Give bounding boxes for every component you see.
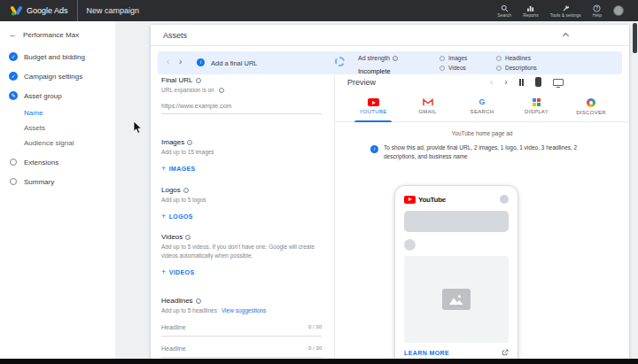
sidebar-item-budget-and-bidding[interactable]: ✓ Budget and bidding <box>0 47 115 66</box>
ad-strength-checklist: Images Headlines Videos Descriptions <box>440 55 565 71</box>
sidebar-item-assets[interactable]: Assets <box>24 120 115 136</box>
headline-input-1[interactable]: Headline 0 / 30 <box>161 324 322 337</box>
phone-mockup: YouTube LEARN MORE <box>394 185 518 359</box>
mobile-preview-icon[interactable] <box>535 77 541 87</box>
plus-icon: + <box>161 165 167 173</box>
logos-section: Logosi Add up to 5 logos +LOGOS <box>161 186 322 221</box>
phone-profile-avatar <box>500 195 509 204</box>
campaign-steps-sidebar: ← Performance Max ✓ Budget and bidding ✓… <box>0 21 115 359</box>
add-images-button[interactable]: +IMAGES <box>161 165 322 173</box>
discover-icon <box>587 98 595 107</box>
tab-display[interactable]: DISPLAY <box>511 96 563 121</box>
step-upcoming-icon <box>10 178 17 185</box>
sidebar-item-name[interactable]: Name <box>24 105 115 120</box>
youtube-wordmark: YouTube <box>418 196 446 204</box>
tab-search[interactable]: G SEARCH <box>456 96 508 121</box>
final-url-input[interactable]: https://www.example.com <box>161 103 322 114</box>
learn-more-button[interactable]: LEARN MORE <box>404 350 449 356</box>
info-icon[interactable]: i <box>196 78 201 83</box>
campaign-type-label: Performance Max <box>23 31 79 39</box>
info-icon[interactable]: i <box>196 298 201 304</box>
page-title: New campaign <box>77 0 140 21</box>
reports-button[interactable]: Reports <box>523 4 539 18</box>
display-network-icon <box>533 98 541 106</box>
sidebar-item-summary[interactable]: Summary <box>0 172 115 191</box>
info-icon[interactable]: i <box>393 56 398 61</box>
view-suggestions-link[interactable]: View suggestions <box>222 306 266 315</box>
gmail-icon <box>423 98 433 106</box>
unchecked-circle-icon <box>440 56 445 61</box>
google-search-icon: G <box>478 98 485 106</box>
wrench-icon <box>562 4 570 12</box>
image-placeholder-icon <box>442 289 471 310</box>
banner-next-icon[interactable]: › <box>179 56 182 68</box>
letterbox-strip <box>0 359 638 364</box>
page-scrollbar[interactable] <box>632 21 638 359</box>
help-button[interactable]: ? Help <box>593 4 602 18</box>
preview-requirements-notice: i To show this ad, provide final URL, 2 … <box>370 143 594 162</box>
step-complete-icon: ✓ <box>9 52 18 61</box>
checklist-item-descriptions: Descriptions <box>496 65 565 71</box>
sidebar-item-extensions[interactable]: Extensions <box>0 152 115 172</box>
plus-icon: + <box>161 268 167 276</box>
phone-youtube-header: YouTube <box>404 195 509 204</box>
ad-strength-banner: ‹ › i Add a final URL Ad strength i Inco… <box>158 51 622 74</box>
brand-name: Google Ads <box>27 6 68 15</box>
scrollbar-thumb[interactable] <box>633 23 637 53</box>
ad-strength-gauge <box>335 57 345 66</box>
search-button[interactable]: Search <box>497 4 511 18</box>
info-icon[interactable]: i <box>187 140 192 145</box>
plus-icon: + <box>161 213 167 221</box>
channel-avatar-placeholder <box>404 239 416 251</box>
ad-strength-label: Ad strength <box>358 55 390 61</box>
preview-prev-icon[interactable]: ‹ <box>490 77 493 87</box>
checklist-item-videos: Videos <box>440 65 496 71</box>
add-videos-button[interactable]: +VIDEOS <box>161 268 322 276</box>
banner-prev-icon[interactable]: ‹ <box>167 56 169 68</box>
headline-input-2[interactable]: Headline 0 / 30 <box>161 345 322 358</box>
tab-youtube[interactable]: YOUTUBE <box>347 96 399 121</box>
char-counter: 0 / 30 <box>308 324 322 329</box>
info-icon[interactable]: i <box>183 188 189 193</box>
assets-panel-header: Assets <box>151 25 629 46</box>
svg-text:?: ? <box>596 6 599 11</box>
account-avatar[interactable] <box>613 5 624 16</box>
desktop-preview-icon[interactable] <box>553 79 564 86</box>
assets-panel: Assets ‹ › i Add a final URL Ad strength… <box>151 25 629 359</box>
info-icon[interactable]: i <box>219 88 224 93</box>
google-ads-home-link[interactable]: Google Ads <box>0 5 68 16</box>
back-to-campaign-type[interactable]: ← Performance Max <box>0 21 115 47</box>
unchecked-circle-icon <box>496 56 502 61</box>
preview-next-icon[interactable]: › <box>504 77 507 87</box>
asset-group-substeps: Name Assets Audience signal <box>0 105 115 152</box>
add-logos-button[interactable]: +LOGOS <box>161 213 322 221</box>
open-in-new-icon[interactable] <box>502 349 509 356</box>
step-complete-icon: ✓ <box>9 72 18 81</box>
tools-settings-button[interactable]: Tools & settings <box>550 4 581 18</box>
info-icon[interactable]: i <box>185 235 191 240</box>
images-label: Images <box>161 138 184 146</box>
google-ads-window: Google Ads New campaign Search Reports T… <box>0 0 638 364</box>
tab-discover[interactable]: DISCOVER <box>565 96 617 121</box>
preview-column: Preview ‹ › YOUTUBE GMAIL <box>335 74 629 359</box>
pause-icon[interactable] <box>519 79 524 86</box>
step-upcoming-icon <box>10 159 17 166</box>
notice-text: To show this ad, provide final URL, 2 im… <box>384 143 594 162</box>
sidebar-item-campaign-settings[interactable]: ✓ Campaign settings <box>0 66 115 86</box>
headlines-hint: Add up to 5 headlines <box>161 306 217 315</box>
unchecked-circle-icon <box>440 66 445 71</box>
videos-label: Videos <box>161 233 183 241</box>
tab-gmail[interactable]: GMAIL <box>402 96 454 121</box>
videos-section: Videosi Add up to 5 videos. If you don't… <box>161 233 322 276</box>
masthead-placeholder <box>404 211 509 232</box>
sidebar-item-asset-group[interactable]: ✎ Asset group <box>0 86 115 105</box>
help-icon: ? <box>593 4 601 12</box>
assets-panel-title: Assets <box>163 31 187 40</box>
final-url-label: Final URL <box>161 76 193 84</box>
notice-info-icon: i <box>370 145 378 153</box>
collapse-section-icon[interactable] <box>563 33 569 39</box>
url-expansion-note: URL expansion is on <box>161 86 214 95</box>
preview-controls: ‹ › <box>490 77 564 87</box>
images-hint: Add up to 15 images <box>161 148 214 157</box>
sidebar-item-audience-signal[interactable]: Audience signal <box>24 136 115 151</box>
